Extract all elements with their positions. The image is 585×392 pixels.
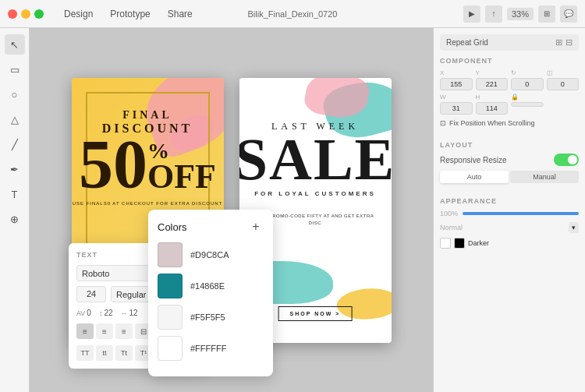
layout-section: LAYOUT Responsive Resize Auto Manual (440, 141, 579, 189)
toggle-knob (568, 155, 577, 164)
h-input[interactable]: 114 (476, 102, 509, 115)
repeat-grid-label: Repeat Grid (446, 38, 488, 47)
rectangle-tool[interactable]: ▭ (5, 59, 25, 79)
appearance-section: APPEARANCE 100% Normal ▾ Darker (440, 197, 579, 252)
layout-tabs: Auto Manual (440, 171, 579, 183)
opacity-label: 100% (440, 210, 458, 217)
colors-panel: Colors + #D9C8CA #14868E #F5F5F5 #FFFFFF (148, 210, 273, 376)
color-hex-2: #F5F5F5 (190, 313, 225, 322)
x-field: X 155 (440, 69, 473, 90)
fill-swatch[interactable] (440, 238, 451, 249)
play-button[interactable]: ▶ (463, 5, 480, 23)
corner-input[interactable]: 0 (547, 78, 580, 90)
format-tt-small-btn[interactable]: tt (96, 345, 113, 361)
colors-header: Colors + (158, 219, 264, 235)
zoom-tool[interactable]: ⊕ (5, 209, 25, 229)
w-field: W 31 (440, 94, 473, 115)
top-bar: Design Prototype Share Bilik_Final_Dexin… (0, 0, 585, 28)
comment-button[interactable]: 💬 (560, 5, 577, 23)
promo-text-left: USE FINALS0 AT CHECKOUT FOR EXTRA DISCOU… (73, 200, 223, 207)
left-toolbar: ↖ ▭ ○ △ ╱ ✒ T ⊕ (0, 28, 30, 392)
colors-title: Colors (158, 221, 187, 233)
close-button[interactable] (8, 9, 17, 19)
minimize-button[interactable] (21, 9, 30, 19)
rotate-input[interactable]: 0 (511, 78, 544, 90)
sale-label: SALE (239, 132, 392, 185)
format-tt-big-btn[interactable]: Tt (115, 345, 133, 361)
tab-manual[interactable]: Manual (510, 171, 579, 183)
color-swatch-1[interactable] (158, 274, 183, 298)
y-label: Y (476, 69, 509, 76)
fix-label: Fix Position When Scrolling (449, 119, 535, 127)
line-tool[interactable]: ╱ (5, 134, 25, 154)
opacity-bar[interactable] (463, 212, 579, 215)
font-name: Roboto (82, 269, 109, 278)
add-color-btn[interactable]: + (248, 219, 264, 235)
align-right-btn[interactable]: ≡ (115, 323, 133, 339)
tab-share[interactable]: Share (160, 5, 200, 23)
color-swatch-0[interactable] (158, 242, 183, 267)
leading-icon: ↕ (99, 309, 103, 317)
align-center-btn[interactable]: ≡ (96, 323, 113, 339)
cursor-tool[interactable]: ↖ (5, 34, 25, 55)
rotate-label: ↻ (511, 69, 544, 76)
indent-metric: ↔ 12 (121, 309, 138, 317)
fix-position-row: ⊡ Fix Position When Scrolling (440, 119, 579, 127)
top-tabs: Design Prototype Share (56, 5, 200, 23)
fill-value: Darker (468, 239, 489, 247)
y-input[interactable]: 221 (476, 78, 509, 90)
indent-value: 12 (129, 309, 138, 317)
zoom-level[interactable]: 33% (507, 8, 534, 20)
w-input[interactable]: 31 (440, 102, 473, 115)
color-item-3: #FFFFFF (158, 336, 264, 361)
blend-label: Normal (440, 224, 463, 231)
fill-row-1: Darker (440, 238, 579, 249)
fix-icon: ⊡ (440, 119, 446, 127)
main-layout: ↖ ▭ ○ △ ╱ ✒ T ⊕ FINAL DISCOUNT 50 (0, 28, 585, 392)
tracking-value: 0 (87, 309, 91, 317)
repeat-grid-section: Repeat Grid ⊞ ⊟ (440, 34, 579, 51)
x-input[interactable]: 155 (440, 78, 473, 90)
text-tool[interactable]: T (5, 184, 25, 204)
opacity-row: 100% (440, 210, 579, 217)
x-label: X (440, 69, 473, 76)
tab-prototype[interactable]: Prototype (102, 5, 158, 23)
align-left-btn[interactable]: ≡ (76, 323, 94, 339)
color-item-2: #F5F5F5 (158, 305, 264, 330)
share-button[interactable]: ↑ (485, 5, 502, 23)
corner-label: ◫ (547, 69, 580, 76)
appearance-label: APPEARANCE (440, 197, 579, 205)
font-size-input[interactable]: 24 (76, 286, 106, 302)
shop-now-btn-right[interactable]: SHOP NOW > (278, 306, 353, 321)
blend-row: Normal ▾ (440, 222, 579, 233)
grid-button[interactable]: ⊞ (538, 5, 555, 23)
pen-tool[interactable]: ✒ (5, 159, 25, 179)
color-swatch-2[interactable] (158, 305, 183, 330)
tab-auto[interactable]: Auto (440, 171, 509, 183)
format-tt-btn[interactable]: TT (76, 345, 94, 361)
lock-input[interactable] (511, 102, 544, 107)
fifty-label: 50 % OFF (79, 136, 216, 195)
color-hex-3: #FFFFFF (190, 344, 226, 353)
component-section: COMPONENT X 155 Y 221 ↻ 0 ◫ 0 (440, 57, 579, 133)
color-item-1: #14868E (158, 274, 264, 298)
grid-icon-1[interactable]: ⊞ (555, 37, 562, 48)
ellipse-tool[interactable]: ○ (5, 84, 25, 104)
file-name: Bilik_Final_Dexin_0720 (248, 9, 338, 19)
style-name: Regular (116, 290, 147, 299)
lock-label: 🔒 (511, 94, 544, 101)
responsive-label: Responsive Resize (440, 156, 507, 164)
grid-icon-2[interactable]: ⊟ (566, 37, 573, 48)
rotate-field: ↻ 0 (511, 69, 544, 90)
right-panel: Repeat Grid ⊞ ⊟ COMPONENT X 155 Y 221 ↻ … (433, 28, 585, 392)
triangle-tool[interactable]: △ (5, 109, 25, 129)
color-swatch-3[interactable] (158, 336, 183, 361)
blend-select[interactable]: ▾ (569, 222, 579, 233)
corner-field: ◫ 0 (547, 69, 580, 90)
maximize-button[interactable] (34, 9, 44, 19)
repeat-grid-icons: ⊞ ⊟ (555, 37, 573, 48)
tab-design[interactable]: Design (56, 5, 101, 23)
fill-swatch-2[interactable] (454, 238, 465, 249)
y-field: Y 221 (476, 69, 509, 90)
responsive-toggle[interactable] (554, 154, 579, 166)
